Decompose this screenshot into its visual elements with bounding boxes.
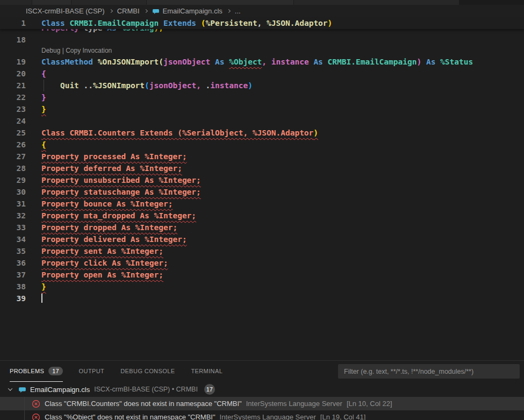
line-code: Property open As %Integer; (41, 269, 524, 281)
code-token: Property mta_dropped As %Integer; (41, 211, 196, 220)
code-token: Property sent As %Integer; (41, 247, 163, 255)
partially-scrolled-line: Property type As %String); (0, 29, 524, 34)
code-line[interactable]: 23 } (0, 103, 524, 115)
tree-indent-guide (24, 397, 25, 420)
error-icon (32, 413, 40, 420)
code-token: Property open As %Integer; (41, 270, 163, 279)
code-token: type (84, 29, 107, 32)
line-code: Property unsubscribed As %Integer; (41, 174, 524, 186)
editor-tab-top[interactable] (32, 0, 71, 5)
code-token: jsonObject (163, 58, 210, 66)
code-line[interactable]: 21 Quit ..%JSONImport(jsonObject, .insta… (0, 80, 524, 91)
line-code: Quit ..%JSONImport(jsonObject, .instance… (41, 80, 524, 91)
codelens-copy-link[interactable]: Copy Invocation (66, 47, 112, 54)
tab-output[interactable]: OUTPUT (79, 361, 105, 382)
code-lines: 18 Debug | Copy Invocation 19 ClassMetho… (0, 34, 524, 304)
code-line[interactable]: 37 Property open As %Integer; (0, 269, 524, 281)
code-line[interactable]: 36 Property click As %Integer; (0, 257, 524, 269)
line-number: 32 (0, 210, 41, 222)
problem-row[interactable]: Class "%Object" does not exist in namesp… (0, 410, 524, 420)
line-number: 37 (0, 269, 41, 281)
tab-terminal[interactable]: TERMINAL (191, 361, 222, 382)
code-line[interactable]: 26 { (0, 139, 524, 151)
code-line[interactable]: 27 Property processed As %Integer; (0, 151, 524, 162)
code-line[interactable]: 19 ClassMethod %OnJSONImport(jsonObject … (0, 56, 524, 68)
code-token: .. (79, 81, 93, 90)
line-number: 39 (0, 293, 41, 304)
code-line[interactable]: 20 { (0, 68, 524, 80)
sticky-scroll-line[interactable]: 1 Class CRMBI.EmailCampaign Extends (%Pe… (0, 17, 524, 29)
code-token: As (421, 58, 440, 66)
line-code: Property statuschange As %Integer; (41, 186, 524, 198)
editor-tab-top[interactable] (294, 0, 460, 5)
line-number: 29 (0, 174, 41, 186)
breadcrumb-item-symbol[interactable]: ... (235, 7, 241, 15)
code-token: Property deferred As %Integer; (41, 164, 182, 173)
problems-file-description: ISCX-crmBI-BASE (CSP) • CRMBI (94, 386, 198, 393)
line-code: Property sent As %Integer; (41, 245, 524, 257)
code-editor[interactable]: 1 Class CRMBI.EmailCampaign Extends (%Pe… (0, 17, 524, 360)
chevron-right-icon (227, 9, 231, 13)
problems-list: Class "CRMBI.Counters" does not exist in… (0, 397, 524, 420)
code-line[interactable]: 34 Property delivered As %Integer; (0, 233, 524, 245)
code-token: Property processed As %Integer; (41, 152, 187, 161)
problems-filter-input[interactable] (338, 364, 520, 379)
problems-file-group[interactable]: EmailCampaign.cls ISCX-crmBI-BASE (CSP) … (0, 382, 524, 397)
breadcrumb-item-project[interactable]: ISCX-crmBI-BASE (CSP) (26, 7, 105, 15)
code-token: Property unsubscribed As %Integer; (41, 176, 201, 184)
tab-debug-console[interactable]: DEBUG CONSOLE (120, 361, 175, 382)
code-line[interactable]: 31 Property bounce As %Integer; (0, 198, 524, 210)
breadcrumb-item-file[interactable]: EmailCampaign.cls (163, 7, 222, 15)
line-code (41, 34, 524, 46)
code-line[interactable]: 30 Property statuschange As %Integer; (0, 186, 524, 198)
code-token: As (107, 29, 121, 32)
line-code: } (41, 103, 524, 115)
code-line[interactable]: 38 } (0, 281, 524, 293)
line-number: 33 (0, 222, 41, 233)
code-token: ) (328, 19, 333, 27)
line-code (41, 293, 524, 304)
code-line[interactable]: 28 Property deferred As %Integer; (0, 162, 524, 174)
code-line[interactable]: 33 Property dropped As %Integer; (0, 222, 524, 233)
code-token: ) (313, 129, 318, 137)
code-line[interactable]: 32 Property mta_dropped As %Integer; (0, 210, 524, 222)
problem-row[interactable]: Class "CRMBI.Counters" does not exist in… (0, 397, 524, 410)
line-number: 18 (0, 34, 41, 46)
tab-problems[interactable]: PROBLEMS 17 (10, 361, 63, 382)
tab-label: OUTPUT (79, 368, 105, 374)
line-number: 34 (0, 233, 41, 245)
code-line[interactable]: 39 (0, 293, 524, 304)
code-line[interactable]: 24 (0, 115, 524, 127)
problem-message: Class "CRMBI.Counters" does not exist in… (45, 400, 242, 408)
file-problems-count-badge: 17 (204, 384, 215, 395)
code-token: ( (159, 58, 163, 66)
code-token: ); (154, 29, 163, 32)
problem-source: InterSystems Language Server (220, 413, 316, 420)
line-number: 21 (0, 80, 41, 91)
editor-tab-top[interactable] (0, 0, 32, 5)
editor-tab-top[interactable] (71, 0, 147, 5)
code-line[interactable]: 25 Class CRMBI.Counters Extends (%Serial… (0, 127, 524, 139)
codelens-debug-link[interactable]: Debug (41, 47, 60, 54)
code-line[interactable]: 35 Property sent As %Integer; (0, 245, 524, 257)
code-line[interactable]: 29 Property unsubscribed As %Integer; (0, 174, 524, 186)
code-token: %JSONImport (93, 81, 145, 90)
breadcrumb-item-package[interactable]: CRMBI (117, 7, 140, 15)
code-line[interactable]: 18 (0, 34, 524, 46)
code-token (41, 81, 60, 90)
line-number: 38 (0, 281, 41, 293)
class-file-icon (18, 386, 26, 394)
tab-label: TERMINAL (191, 368, 222, 374)
code-line[interactable]: 22 } (0, 91, 524, 103)
code-token: . (201, 81, 210, 90)
problems-count-badge: 17 (48, 367, 62, 375)
code-token: { (41, 69, 46, 78)
problem-message: Class "%Object" does not exist in namesp… (45, 413, 216, 420)
line-number: 36 (0, 257, 41, 269)
class-file-icon (152, 8, 160, 15)
line-code: } (41, 91, 524, 103)
editor-tab-top[interactable] (147, 0, 294, 5)
code-token: jsonObject (149, 81, 196, 90)
line-number (0, 29, 41, 34)
problem-location: [Ln 19, Col 41] (320, 413, 366, 420)
